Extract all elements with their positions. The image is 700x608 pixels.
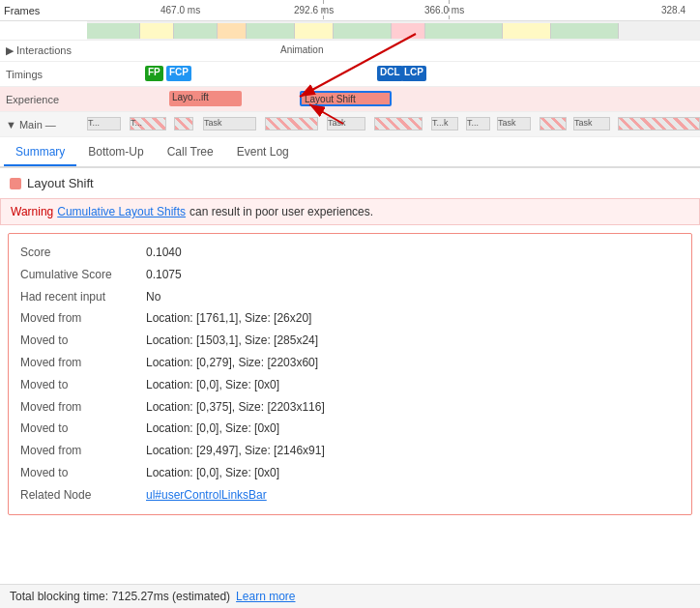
move-row-1: Moved toLocation: [1503,1], Size: [285x2… bbox=[20, 330, 680, 352]
warning-suffix: can result in poor user experiences. bbox=[190, 205, 373, 218]
task-bar-long bbox=[265, 117, 318, 130]
interactions-timeline-row: ▶ Interactions Animation bbox=[0, 41, 700, 62]
task-bar: Task bbox=[203, 117, 256, 130]
move-row-2: Moved fromLocation: [0,279], Size: [2203… bbox=[20, 352, 680, 374]
section-title: Layout Shift bbox=[27, 176, 94, 190]
move-key-7: Moved to bbox=[20, 462, 146, 484]
animation-label: Animation bbox=[280, 44, 323, 55]
move-key-3: Moved to bbox=[20, 374, 146, 396]
dcl-timing: DCL bbox=[377, 66, 403, 81]
task-bar: Task bbox=[327, 117, 365, 130]
tab-bottom-up[interactable]: Bottom-Up bbox=[76, 139, 155, 166]
footer-bar: Total blocking time: 7125.27ms (estimate… bbox=[0, 584, 700, 608]
timeline-ruler: Frames 467.0 ms 292.6 ms 366.0 ms 328.4 bbox=[0, 0, 700, 21]
fcp-timing: FCP bbox=[166, 66, 191, 81]
had-recent-input-value: No bbox=[146, 286, 160, 308]
frame-block bbox=[218, 23, 247, 39]
frame-block bbox=[174, 23, 218, 39]
interactions-row-content: Animation bbox=[87, 41, 700, 61]
timings-row-content: FP FCP DCL LCP bbox=[87, 62, 700, 86]
related-node-value[interactable]: ul#userControlLinksBar bbox=[146, 484, 267, 507]
tab-summary[interactable]: Summary bbox=[4, 139, 76, 166]
task-bar-long bbox=[540, 117, 567, 130]
task-bar-long: T... bbox=[130, 117, 166, 130]
layout-shift-icon bbox=[10, 178, 21, 189]
frame-block bbox=[140, 23, 174, 39]
task-bar-long bbox=[174, 117, 193, 130]
layout-shift-bar-selected[interactable]: Layout Shift bbox=[300, 91, 392, 106]
score-value: 0.1040 bbox=[146, 242, 182, 264]
timings-timeline-row: Timings FP FCP DCL LCP bbox=[0, 62, 700, 87]
task-bar: T... bbox=[466, 117, 490, 130]
move-value-7: Location: [0,0], Size: [0x0] bbox=[146, 462, 279, 484]
experience-timeline-row: Experience Layo...ift Layout Shift bbox=[0, 87, 700, 112]
learn-more-link[interactable]: Learn more bbox=[236, 590, 295, 603]
ruler-mark-1: 467.0 ms bbox=[160, 5, 200, 15]
main-row-label: ▼ Main — bbox=[0, 119, 87, 130]
frame-block bbox=[551, 23, 619, 39]
move-value-2: Location: [0,279], Size: [2203x60] bbox=[146, 352, 318, 374]
move-row-7: Moved toLocation: [0,0], Size: [0x0] bbox=[20, 462, 680, 484]
score-row: Score 0.1040 bbox=[20, 242, 680, 264]
move-row-5: Moved toLocation: [0,0], Size: [0x0] bbox=[20, 418, 680, 440]
had-recent-input-row: Had recent input No bbox=[20, 286, 680, 308]
related-node-row: Related Node ul#userControlLinksBar bbox=[20, 484, 680, 507]
move-value-0: Location: [1761,1], Size: [26x20] bbox=[146, 307, 311, 330]
move-value-6: Location: [29,497], Size: [2146x91] bbox=[146, 440, 325, 462]
move-key-5: Moved to bbox=[20, 418, 146, 440]
move-key-2: Moved from bbox=[20, 352, 146, 374]
move-value-1: Location: [1503,1], Size: [285x24] bbox=[146, 330, 318, 352]
frames-label: Frames bbox=[4, 5, 91, 16]
move-key-0: Moved from bbox=[20, 307, 146, 330]
task-bar: Task bbox=[497, 117, 531, 130]
warning-link[interactable]: Cumulative Layout Shifts bbox=[57, 205, 186, 218]
content-area: Layout Shift Warning Cumulative Layout S… bbox=[0, 168, 700, 515]
tab-event-log[interactable]: Event Log bbox=[225, 139, 301, 166]
task-bar: Task bbox=[573, 117, 610, 130]
frame-block bbox=[247, 23, 295, 39]
had-recent-input-label: Had recent input bbox=[20, 286, 146, 308]
ruler-mark-3: 366.0 ms bbox=[424, 5, 464, 15]
move-key-6: Moved from bbox=[20, 440, 146, 462]
frames-timeline-row bbox=[0, 21, 700, 41]
frame-block bbox=[295, 23, 334, 39]
lcp-timing: LCP bbox=[401, 66, 426, 81]
frames-row-content bbox=[87, 21, 700, 40]
section-header: Layout Shift bbox=[0, 168, 700, 198]
interactions-row-label: ▶ Interactions bbox=[0, 44, 87, 57]
related-node-label: Related Node bbox=[20, 484, 146, 507]
ruler-marks: 467.0 ms 292.6 ms 366.0 ms 328.4 bbox=[91, 0, 696, 20]
move-row-4: Moved fromLocation: [0,375], Size: [2203… bbox=[20, 396, 680, 419]
footer-text: Total blocking time: 7125.27ms (estimate… bbox=[10, 590, 230, 603]
frame-block bbox=[503, 23, 551, 39]
experience-row-label: Experience bbox=[0, 94, 87, 105]
frame-block bbox=[334, 23, 392, 39]
frame-block bbox=[392, 23, 425, 39]
ruler-mark-2: 292.6 ms bbox=[294, 5, 334, 15]
frame-block bbox=[425, 23, 503, 39]
main-timeline-row: ▼ Main — T... T... Task Task T...k T... … bbox=[0, 112, 700, 137]
tab-call-tree[interactable]: Call Tree bbox=[156, 139, 225, 166]
ruler-mark-4: 328.4 bbox=[661, 5, 685, 15]
move-row-6: Moved fromLocation: [29,497], Size: [214… bbox=[20, 440, 680, 462]
details-box: Score 0.1040 Cumulative Score 0.1075 Had… bbox=[8, 233, 692, 515]
fp-timing: FP bbox=[145, 66, 163, 81]
move-key-4: Moved from bbox=[20, 396, 146, 419]
move-row-0: Moved fromLocation: [1761,1], Size: [26x… bbox=[20, 307, 680, 330]
moves-container: Moved fromLocation: [1761,1], Size: [26x… bbox=[20, 307, 680, 483]
move-row-3: Moved toLocation: [0,0], Size: [0x0] bbox=[20, 374, 680, 396]
task-bar: T... bbox=[87, 117, 121, 130]
timings-row-label: Timings bbox=[0, 69, 87, 80]
cumulative-score-label: Cumulative Score bbox=[20, 264, 146, 286]
warning-bar: Warning Cumulative Layout Shifts can res… bbox=[0, 198, 700, 225]
task-bar-long bbox=[618, 117, 700, 130]
main-row-content: T... T... Task Task T...k T... Task Task bbox=[87, 112, 700, 136]
task-bar: T...k bbox=[431, 117, 458, 130]
cumulative-score-row: Cumulative Score 0.1075 bbox=[20, 264, 680, 286]
move-value-4: Location: [0,375], Size: [2203x116] bbox=[146, 396, 325, 419]
move-key-1: Moved to bbox=[20, 330, 146, 352]
tabs-bar: Summary Bottom-Up Call Tree Event Log bbox=[0, 137, 700, 168]
warning-label: Warning bbox=[11, 205, 53, 218]
move-value-5: Location: [0,0], Size: [0x0] bbox=[146, 418, 279, 440]
layout-shift-bar-1[interactable]: Layo...ift bbox=[169, 91, 242, 106]
